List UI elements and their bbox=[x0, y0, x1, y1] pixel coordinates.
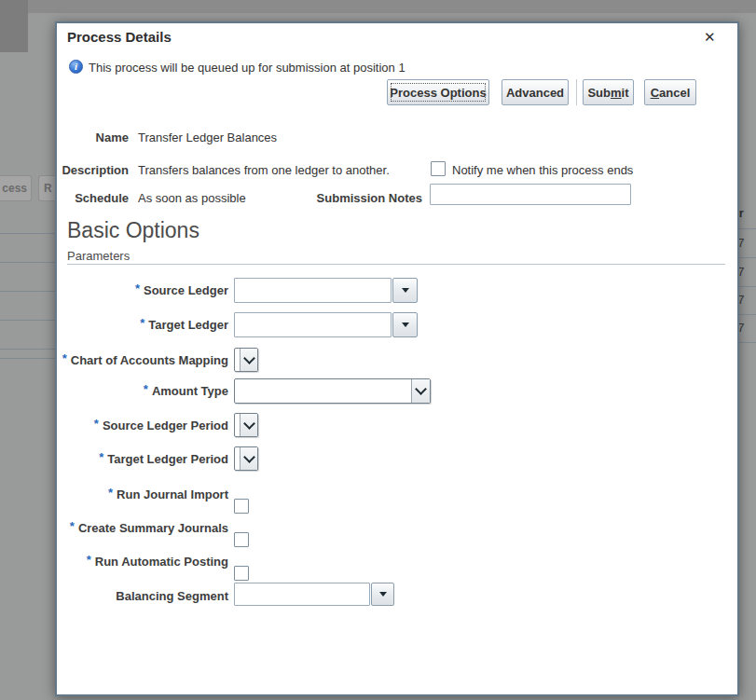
source-ledger-period-select[interactable] bbox=[234, 413, 258, 437]
chevron-down-icon bbox=[243, 418, 255, 430]
submission-notes-input[interactable] bbox=[430, 184, 631, 205]
queue-info-message: This process will be queued up for submi… bbox=[89, 61, 405, 75]
chart-of-accounts-mapping-select[interactable] bbox=[234, 348, 258, 372]
parameters-divider bbox=[67, 264, 725, 265]
description-value: Transfers balances from one ledger to an… bbox=[138, 163, 390, 177]
advanced-button[interactable]: Advanced bbox=[502, 79, 569, 105]
required-marker: * bbox=[62, 351, 67, 365]
select-button[interactable] bbox=[240, 447, 257, 470]
cancel-label-mnemonic: C bbox=[651, 86, 659, 100]
schedule-label: Schedule bbox=[57, 191, 129, 205]
name-label: Name bbox=[57, 130, 129, 144]
source-ledger-input[interactable] bbox=[234, 278, 392, 303]
field-label-text: Target Ledger bbox=[148, 318, 228, 332]
backdrop-row-divider bbox=[0, 262, 55, 263]
create-summary-journals-label: *Create Summary Journals bbox=[57, 521, 228, 535]
field-label-text: Source Ledger Period bbox=[103, 419, 228, 432]
submit-label-post: it bbox=[622, 86, 629, 100]
balancing-segment-input[interactable] bbox=[234, 583, 370, 606]
run-journal-import-label: *Run Journal Import bbox=[57, 487, 228, 501]
backdrop-row-divider bbox=[0, 349, 55, 350]
backdrop-partial-button-r: R bbox=[38, 175, 56, 201]
info-icon: i bbox=[69, 60, 83, 74]
cancel-label-post: ancel bbox=[659, 86, 690, 100]
target-ledger-dropdown-button[interactable] bbox=[392, 312, 418, 337]
chart-of-accounts-mapping-label: *Chart of Accounts Mapping bbox=[57, 353, 228, 367]
source-ledger-period-label: *Source Ledger Period bbox=[57, 419, 228, 432]
field-label-text: Run Automatic Posting bbox=[95, 555, 228, 569]
field-label-text: Chart of Accounts Mapping bbox=[71, 353, 228, 367]
backdrop-row-divider bbox=[0, 320, 55, 321]
required-marker: * bbox=[135, 281, 140, 295]
dropdown-arrow-icon bbox=[402, 323, 409, 327]
process-options-button[interactable]: Process Options bbox=[387, 79, 489, 105]
description-label: Description bbox=[57, 163, 129, 177]
notify-label: Notify me when this process ends bbox=[452, 163, 633, 177]
required-marker: * bbox=[99, 450, 103, 464]
backdrop-partial-button-process: cess bbox=[0, 175, 32, 201]
button-group-divider bbox=[576, 79, 577, 105]
basic-options-heading: Basic Options bbox=[67, 218, 199, 243]
submit-label-pre: Sub bbox=[587, 86, 611, 100]
field-label-text: Target Ledger Period bbox=[107, 452, 228, 466]
backdrop-partial-button-label: R bbox=[44, 182, 52, 195]
submit-button[interactable]: Submit bbox=[583, 79, 634, 105]
target-ledger-period-label: *Target Ledger Period bbox=[57, 452, 228, 466]
field-label-text: Source Ledger bbox=[144, 283, 228, 297]
field-label-text: Create Summary Journals bbox=[78, 521, 228, 535]
backdrop-row-divider bbox=[0, 291, 55, 292]
required-marker: * bbox=[70, 519, 75, 533]
process-details-dialog: Process Details ✕ i This process will be… bbox=[55, 21, 739, 696]
backdrop-partial-button-label: cess bbox=[2, 182, 27, 195]
target-ledger-period-select[interactable] bbox=[234, 446, 258, 471]
source-ledger-label: *Source Ledger bbox=[57, 283, 228, 297]
required-marker: * bbox=[108, 486, 113, 500]
dropdown-arrow-icon bbox=[379, 592, 387, 597]
required-marker: * bbox=[87, 553, 91, 567]
run-automatic-posting-label: *Run Automatic Posting bbox=[57, 555, 228, 569]
name-value: Transfer Ledger Balances bbox=[138, 130, 277, 144]
field-label-text: Run Journal Import bbox=[117, 487, 228, 501]
dialog-title: Process Details bbox=[67, 29, 172, 45]
cancel-button[interactable]: Cancel bbox=[644, 79, 696, 105]
target-ledger-combobox bbox=[234, 312, 418, 337]
select-button[interactable] bbox=[240, 414, 257, 436]
chevron-down-icon bbox=[243, 451, 255, 463]
backdrop-table-bottom-edge bbox=[0, 358, 55, 359]
field-label-text: Amount Type bbox=[152, 384, 228, 398]
backdrop-top-bar bbox=[0, 0, 756, 13]
balancing-segment-dropdown-button[interactable] bbox=[371, 583, 394, 606]
select-button[interactable] bbox=[240, 349, 257, 371]
required-marker: * bbox=[144, 382, 148, 396]
create-summary-journals-checkbox[interactable] bbox=[234, 532, 249, 547]
chevron-down-icon bbox=[415, 383, 427, 395]
schedule-value: As soon as possible bbox=[138, 191, 246, 205]
submission-notes-label: Submission Notes bbox=[264, 191, 422, 205]
amount-type-label: *Amount Type bbox=[57, 384, 228, 398]
backdrop-row-divider bbox=[0, 233, 55, 234]
target-ledger-label: *Target Ledger bbox=[57, 318, 228, 332]
field-label-text: Balancing Segment bbox=[116, 589, 228, 603]
balancing-segment-combobox bbox=[234, 583, 394, 606]
amount-type-select[interactable] bbox=[234, 378, 431, 404]
source-ledger-dropdown-button[interactable] bbox=[392, 278, 418, 303]
notify-checkbox[interactable] bbox=[431, 161, 446, 176]
close-icon[interactable]: ✕ bbox=[700, 27, 720, 48]
submit-label-mnemonic: m bbox=[611, 86, 622, 100]
parameters-subheading: Parameters bbox=[67, 249, 130, 263]
target-ledger-input[interactable] bbox=[234, 312, 392, 337]
source-ledger-combobox bbox=[234, 278, 418, 303]
chevron-down-icon bbox=[243, 352, 255, 364]
required-marker: * bbox=[140, 316, 144, 330]
run-automatic-posting-checkbox[interactable] bbox=[234, 566, 249, 581]
dropdown-arrow-icon bbox=[402, 288, 409, 293]
balancing-segment-label: Balancing Segment bbox=[57, 589, 228, 603]
required-marker: * bbox=[94, 417, 99, 431]
select-button[interactable] bbox=[411, 379, 430, 403]
run-journal-import-checkbox[interactable] bbox=[234, 499, 249, 514]
backdrop-top-left-block bbox=[0, 0, 28, 52]
